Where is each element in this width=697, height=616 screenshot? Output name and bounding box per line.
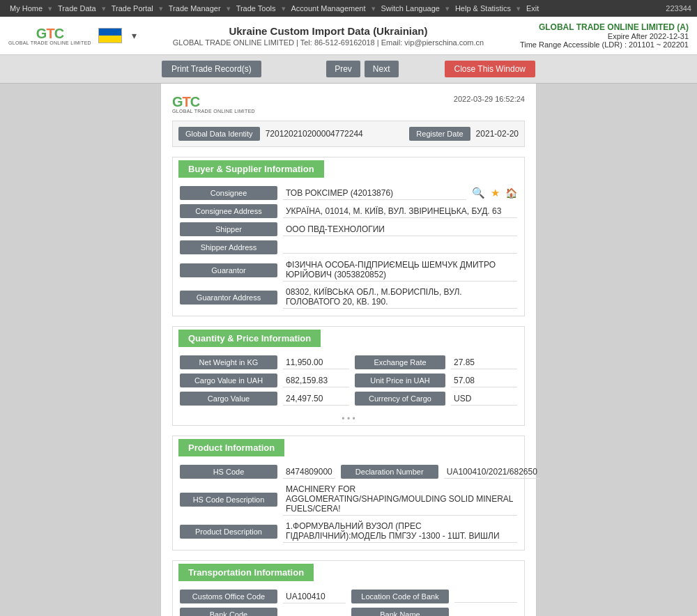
- hscode-value: 8474809000: [283, 465, 335, 479]
- search-icon[interactable]: 🔍: [472, 187, 485, 199]
- quantity-price-section: Quantity & Price Information Net Weight …: [172, 326, 525, 426]
- nav-myhome[interactable]: My Home: [6, 1, 47, 15]
- hscode-label: HS Code: [180, 465, 277, 479]
- next-button-top[interactable]: Next: [365, 61, 399, 77]
- consignee-value: ТОВ РОКСІМЕР (42013876): [283, 187, 466, 200]
- customs-office-label: Customs Office Code: [180, 590, 277, 603]
- record-datetime: 2022-03-29 16:52:24: [454, 95, 525, 103]
- close-button-top[interactable]: Close This Window: [445, 61, 535, 77]
- shipper-value: ООО ПВД-ТЕХНОЛОГИИ: [283, 223, 517, 236]
- header-company-name: GLOBAL TRADE ONLINE LIMITED (A): [520, 22, 689, 32]
- star-icon[interactable]: ★: [491, 187, 500, 199]
- top-action-bar: Print Trade Record(s) Prev Next Close Th…: [0, 55, 697, 84]
- nav-accountmgmt[interactable]: Account Management: [287, 1, 370, 15]
- declaration-label: Declaration Number: [341, 465, 438, 479]
- header-title: Ukraine Custom Import Data (Ukrainian): [173, 25, 484, 37]
- guarantor-address-label: Guarantor Address: [180, 291, 277, 305]
- header-company-info: GLOBAL TRADE ONLINE LIMITED | Tel: 86-51…: [173, 38, 484, 47]
- hscode-desc-value: MACHINERY FOR AGGLOMERATING/SHAPING/MOUL…: [283, 483, 517, 516]
- bankcode-value: [283, 608, 346, 616]
- buyer-supplier-title: Buyer & Supplier Information: [178, 160, 324, 178]
- hscode-desc-row: HS Code Description MACHINERY FOR AGGLOM…: [180, 483, 517, 516]
- product-desc-value: 1.ФОРМУВАЛЬНИЙ ВУЗОЛ (ПРЕС ГІДРАВЛІЧНИЙ)…: [283, 520, 517, 543]
- bankname-value: [454, 608, 517, 616]
- shipper-row: Shipper ООО ПВД-ТЕХНОЛОГИИ: [180, 222, 517, 236]
- nav-tradeportal[interactable]: Trade Portal: [107, 1, 158, 15]
- nav-tradetools[interactable]: Trade Tools: [232, 1, 280, 15]
- currencycargo-label: Currency of Cargo: [355, 392, 445, 406]
- consignee-address-row: Consignee Address УКРАЇНА, 01014, М. КИЇ…: [180, 204, 517, 218]
- location-code-bank-value: [454, 590, 517, 603]
- unitpriceuah-value: 57.08: [451, 374, 517, 387]
- header-right: GLOBAL TRADE ONLINE LIMITED (A) Expire A…: [520, 22, 689, 49]
- exchangerate-value: 27.85: [451, 356, 517, 369]
- record-logo-sub: GLOBAL TRADE ONLINE LIMITED: [172, 109, 255, 114]
- netweight-label: Net Weight in KG: [180, 355, 277, 369]
- print-button-top[interactable]: Print Trade Record(s): [162, 61, 261, 77]
- prev-button-top[interactable]: Prev: [326, 61, 360, 77]
- gdi-value: 720120210200004772244: [266, 129, 404, 139]
- qty-row-3: Cargo Value 24,497.50 Currency of Cargo …: [180, 392, 517, 406]
- product-title: Product Information: [178, 439, 284, 456]
- netweight-value: 11,950.00: [283, 356, 349, 369]
- guarantor-address-row: Guarantor Address 08302, КИЇВСЬКА ОБЛ., …: [180, 286, 517, 309]
- nav-tradedata[interactable]: Trade Data: [54, 1, 100, 15]
- consignee-row: Consignee ТОВ РОКСІМЕР (42013876) 🔍 ★ 🏠: [180, 186, 517, 200]
- top-nav: My Home ▾ Trade Data ▾ Trade Portal ▾ Tr…: [0, 0, 697, 17]
- exchangerate-label: Exchange Rate: [355, 355, 445, 369]
- cargovalue-label: Cargo Value: [180, 392, 277, 406]
- declaration-value: UA100410/2021/682650: [444, 465, 540, 479]
- shipper-address-label: Shipper Address: [180, 240, 277, 254]
- guarantor-value: ФІЗИЧНА ОСОБА-ПІДПРИЄМЕЦЬ ШЕМЧУК ДМИТРО …: [283, 259, 517, 282]
- shipper-label: Shipper: [180, 222, 277, 236]
- hscode-row: HS Code 8474809000 Declaration Number UA…: [180, 465, 517, 479]
- guarantor-address-value: 08302, КИЇВСЬКА ОБЛ., М.БОРИСПІЛЬ, ВУЛ. …: [283, 286, 517, 309]
- header-center: Ukraine Custom Import Data (Ukrainian) G…: [173, 25, 484, 47]
- register-date-value: 2021-02-20: [476, 129, 519, 139]
- nav-switchlang[interactable]: Switch Language: [377, 1, 444, 15]
- nav-help[interactable]: Help & Statistics: [451, 1, 515, 15]
- location-code-bank-label: Location Code of Bank: [351, 590, 449, 603]
- nav-trademanager[interactable]: Trade Manager: [164, 1, 225, 15]
- cargovalueuah-value: 682,159.83: [283, 374, 349, 387]
- logo: GTC GLOBAL TRADE ONLINE LIMITED: [8, 26, 91, 45]
- guarantor-row: Guarantor ФІЗИЧНА ОСОБА-ПІДПРИЄМЕЦЬ ШЕМЧ…: [180, 259, 517, 282]
- bankname-label: Bank Name: [351, 608, 449, 616]
- nav-exit[interactable]: Exit: [522, 1, 543, 15]
- qty-row-2: Cargo Value in UAH 682,159.83 Unit Price…: [180, 374, 517, 387]
- header-expire: Expire After 2022-12-31: [520, 32, 689, 40]
- cargovalue-value: 24,497.50: [283, 392, 349, 406]
- consignee-address-value: УКРАЇНА, 01014, М. КИЇВ, ВУЛ. ЗВІРИНЕЦЬК…: [283, 205, 517, 218]
- qty-row-1: Net Weight in KG 11,950.00 Exchange Rate…: [180, 355, 517, 369]
- unitpriceuah-label: Unit Price in UAH: [355, 374, 445, 387]
- cargovalueuah-label: Cargo Value in UAH: [180, 374, 277, 387]
- register-date-label: Register Date: [409, 127, 470, 141]
- flag: [98, 28, 122, 43]
- user-id: 223344: [666, 4, 691, 13]
- currencycargo-value: USD: [451, 392, 517, 406]
- gdi-label: Global Data Identity: [178, 127, 260, 141]
- header-time-range: Time Range Accessible (LDR) : 201101 ~ 2…: [520, 40, 689, 49]
- hscode-desc-label: HS Code Description: [180, 493, 277, 507]
- trans-row-2: Bank Code Bank Name: [180, 608, 517, 616]
- home-icon[interactable]: 🏠: [505, 187, 517, 199]
- product-desc-row: Product Description 1.ФОРМУВАЛЬНИЙ ВУЗОЛ…: [180, 520, 517, 543]
- guarantor-label: Guarantor: [180, 263, 277, 277]
- header-bar: GTC GLOBAL TRADE ONLINE LIMITED ▾ Ukrain…: [0, 17, 697, 55]
- shipper-address-row: Shipper Address: [180, 240, 517, 254]
- scroll-indicator: • • •: [173, 413, 524, 425]
- gdi-row: Global Data Identity 7201202102000047722…: [172, 121, 525, 147]
- product-desc-label: Product Description: [180, 525, 277, 539]
- transportation-title: Transportation Information: [178, 564, 314, 581]
- trans-row-1: Customs Office Code UA100410 Location Co…: [180, 590, 517, 603]
- buyer-supplier-section: Buyer & Supplier Information Consignee Т…: [172, 157, 525, 316]
- main-content: GTC GLOBAL TRADE ONLINE LIMITED 2022-03-…: [160, 84, 537, 616]
- logo-sub: GLOBAL TRADE ONLINE LIMITED: [8, 40, 91, 45]
- bankcode-label: Bank Code: [180, 608, 277, 616]
- quantity-price-title: Quantity & Price Information: [178, 330, 321, 347]
- consignee-label: Consignee: [180, 186, 277, 200]
- customs-office-value: UA100410: [283, 590, 346, 603]
- product-section: Product Information HS Code 8474809000 D…: [172, 436, 525, 550]
- record-logo: GTC GLOBAL TRADE ONLINE LIMITED: [172, 95, 255, 114]
- consignee-address-label: Consignee Address: [180, 204, 277, 218]
